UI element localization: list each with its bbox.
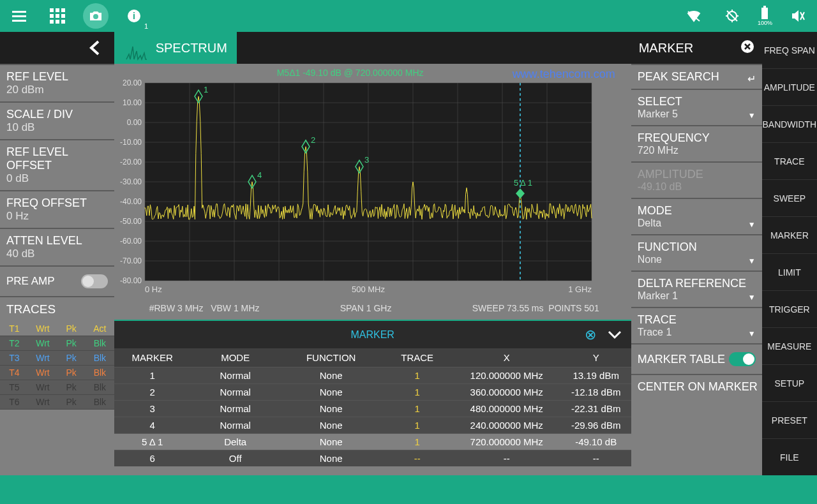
menu-sweep[interactable]: SWEEP <box>762 179 817 216</box>
preamp-toggle[interactable] <box>81 274 108 288</box>
bottom-bar <box>0 475 817 504</box>
svg-rect-3 <box>761 8 768 19</box>
setting-scale-div[interactable]: SCALE / DIV10 dB <box>0 101 114 139</box>
trace-row[interactable]: T2WrtPkBlk <box>0 336 114 351</box>
svg-text:-20.00: -20.00 <box>120 158 142 167</box>
svg-text:-70.00: -70.00 <box>120 256 142 265</box>
setting-atten-level[interactable]: ATTEN LEVEL40 dB <box>0 228 114 265</box>
gps-off-icon[interactable] <box>719 3 745 29</box>
marker-select[interactable]: SELECTMarker 5▼ <box>631 89 762 125</box>
menu-trace[interactable]: TRACE <box>762 142 817 179</box>
spectrum-header: SPECTRUM <box>114 32 631 64</box>
trace-row[interactable]: T6WrtPkBlk <box>0 395 114 410</box>
traces-table: T1WrtPkActT2WrtPkBlkT3WrtPkBlkT4WrtPkBlk… <box>0 322 114 410</box>
marker-amplitude[interactable]: AMPLITUDE-49.10 dB <box>631 161 762 198</box>
svg-text:0 Hz: 0 Hz <box>145 285 162 294</box>
menu-limit[interactable]: LIMIT <box>762 253 817 290</box>
marker-peak-search[interactable]: PEAK SEARCH↵ <box>631 64 762 89</box>
marker-table-toggle-row[interactable]: MARKER TABLE <box>631 343 762 374</box>
left-settings-panel: REF LEVEL20 dBmSCALE / DIV10 dBREF LEVEL… <box>0 32 114 475</box>
svg-text:2: 2 <box>311 135 315 145</box>
menu-setup[interactable]: SETUP <box>762 364 817 401</box>
marker-delta-reference[interactable]: DELTA REFERENCEMarker 1▼ <box>631 271 762 307</box>
marker-row[interactable]: 3NormalNone1480.000000 MHz-22.31 dBm <box>114 400 631 417</box>
menu-amplitude[interactable]: AMPLITUDE <box>762 68 817 105</box>
marker-table: MARKERMODEFUNCTIONTRACEXY 1NormalNone112… <box>114 348 631 466</box>
svg-text:20.00: 20.00 <box>123 78 142 87</box>
marker-table-collapse-icon[interactable] <box>608 327 622 343</box>
menu-preset[interactable]: PRESET <box>762 401 817 438</box>
top-bar: i1 100% <box>0 0 817 32</box>
spectrum-plot[interactable]: M5Δ1 -49.10 dB @ 720.000000 MHz www.tehe… <box>114 64 631 297</box>
marker-bar-title: MARKER <box>350 329 394 341</box>
setting-ref-level-offset[interactable]: REF LEVEL OFFSET0 dB <box>0 139 114 190</box>
svg-rect-4 <box>763 6 766 8</box>
svg-text:10.00: 10.00 <box>123 98 142 107</box>
menu-bandwidth[interactable]: BANDWIDTH <box>762 105 817 142</box>
main-menu: FREQ SPANAMPLITUDEBANDWIDTHTRACESWEEPMAR… <box>762 32 817 475</box>
svg-text:-80.00: -80.00 <box>120 276 142 285</box>
svg-text:500 MHz: 500 MHz <box>352 285 386 294</box>
marker-table-toggle[interactable] <box>729 352 756 366</box>
marker-table-bar[interactable]: MARKER ⊗ <box>114 320 631 348</box>
svg-text:-50.00: -50.00 <box>120 217 142 226</box>
marker-readout: M5Δ1 -49.10 dB @ 720.000000 MHz <box>277 68 424 78</box>
trace-row[interactable]: T3WrtPkBlk <box>0 351 114 366</box>
trace-row[interactable]: T5WrtPkBlk <box>0 380 114 395</box>
trace-row[interactable]: T1WrtPkAct <box>0 322 114 336</box>
battery-icon: 100% <box>758 6 772 26</box>
mute-icon[interactable] <box>785 3 811 29</box>
svg-text:-10.00: -10.00 <box>120 138 142 147</box>
marker-row[interactable]: 6OffNone------ <box>114 450 631 466</box>
back-button[interactable] <box>0 32 114 64</box>
svg-text:i: i <box>133 11 135 21</box>
spectrum-icon <box>124 35 149 61</box>
svg-text:-60.00: -60.00 <box>120 237 142 246</box>
svg-text:3: 3 <box>364 155 369 165</box>
setting-freq-offset[interactable]: FREQ OFFSET0 Hz <box>0 190 114 228</box>
menu-icon[interactable] <box>6 3 32 29</box>
svg-text:4: 4 <box>257 170 262 180</box>
marker-frequency[interactable]: FREQUENCY720 MHz <box>631 125 762 161</box>
svg-text:-40.00: -40.00 <box>120 197 142 206</box>
marker-panel: MARKER PEAK SEARCH↵SELECTMarker 5▼FREQUE… <box>631 32 762 475</box>
marker-mode[interactable]: MODEDelta▼ <box>631 198 762 234</box>
menu-freq-span[interactable]: FREQ SPAN <box>762 32 817 68</box>
svg-text:-30.00: -30.00 <box>120 177 142 186</box>
menu-measure[interactable]: MEASURE <box>762 327 817 364</box>
svg-text:1 GHz: 1 GHz <box>568 285 592 294</box>
svg-text:0.00: 0.00 <box>126 118 142 127</box>
setting-ref-level[interactable]: REF LEVEL20 dBm <box>0 64 114 101</box>
menu-marker[interactable]: MARKER <box>762 216 817 253</box>
info-icon[interactable]: i1 <box>121 3 147 29</box>
svg-text:1: 1 <box>204 85 208 94</box>
menu-file[interactable]: FILE <box>762 438 817 475</box>
marker-panel-close-icon[interactable] <box>740 40 754 57</box>
spectrum-tab[interactable]: SPECTRUM <box>114 32 237 64</box>
marker-trace[interactable]: TRACETrace 1▼ <box>631 307 762 343</box>
svg-text:5 Δ 1: 5 Δ 1 <box>514 178 532 188</box>
marker-function[interactable]: FUNCTIONNone▼ <box>631 234 762 271</box>
trace-row[interactable]: T4WrtPkBlk <box>0 366 114 380</box>
center-on-marker[interactable]: CENTER ON MARKER <box>631 374 762 399</box>
camera-icon[interactable] <box>83 3 109 29</box>
marker-row[interactable]: 2NormalNone1360.000000 MHz-12.18 dBm <box>114 383 631 400</box>
marker-row[interactable]: 5 Δ 1DeltaNone1720.000000 MHz-49.10 dB <box>114 433 631 450</box>
marker-table-close-icon[interactable]: ⊗ <box>585 327 596 343</box>
marker-panel-header: MARKER <box>631 32 762 64</box>
wifi-off-icon[interactable] <box>681 3 707 29</box>
watermark: www.tehencom.com <box>513 68 615 81</box>
preamp-toggle-row[interactable]: PRE AMP <box>0 265 114 296</box>
spectrum-title: SPECTRUM <box>156 41 227 56</box>
menu-trigger[interactable]: TRIGGER <box>762 290 817 327</box>
marker-row[interactable]: 4NormalNone1240.000000 MHz-29.96 dBm <box>114 417 631 433</box>
plot-info-bar: #RBW 3 MHz VBW 1 MHz SPAN 1 GHz SWEEP 73… <box>114 297 631 320</box>
marker-row[interactable]: 1NormalNone1120.000000 MHz13.19 dBm <box>114 367 631 383</box>
traces-header: TRACES <box>0 296 114 322</box>
apps-icon[interactable] <box>45 3 70 29</box>
